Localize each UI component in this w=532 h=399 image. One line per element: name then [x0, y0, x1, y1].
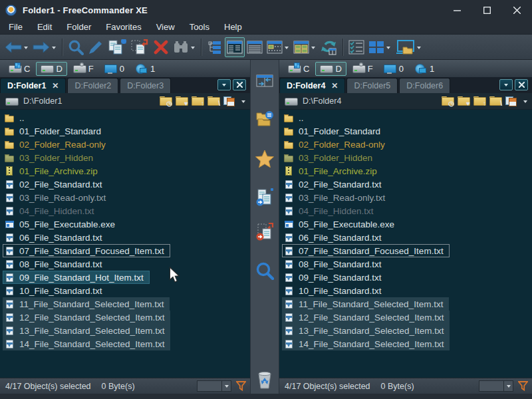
edit-button[interactable]: [86, 37, 106, 57]
filter-funnel-icon[interactable]: [236, 381, 246, 391]
file-row[interactable]: 11_File_Standard_Selected_Item.txt: [282, 297, 532, 311]
menu-item[interactable]: Edit: [30, 21, 59, 33]
desktop-folder-button[interactable]: [393, 37, 424, 57]
copy-button[interactable]: [106, 37, 128, 57]
paste-button[interactable]: [128, 37, 151, 57]
file-row[interactable]: 05_File_Executable.exe: [3, 217, 250, 231]
file-row[interactable]: 12_File_Standard_Selected_Item.txt: [3, 311, 250, 324]
file-row[interactable]: 08_File_Standard.txt: [282, 257, 532, 271]
file-row[interactable]: 11_File_Standard_Selected_Item.txt: [3, 297, 250, 311]
menu-item[interactable]: Help: [217, 21, 249, 33]
current-path[interactable]: D:\Folder4: [303, 96, 341, 106]
file-row[interactable]: 07_File_Standard_Focused_Item.txt: [3, 244, 250, 257]
file-row[interactable]: 01_File_Archive.zip: [3, 164, 250, 178]
folder-action-button[interactable]: \: [489, 96, 501, 106]
filter-funnel-icon[interactable]: [518, 381, 528, 391]
drive-button[interactable]: C: [4, 62, 35, 76]
file-row[interactable]: 01_Folder_Standard: [3, 124, 250, 138]
file-row[interactable]: 04_File_Hidden.txt: [3, 204, 250, 217]
folder-tab[interactable]: D:Folder6 ✕: [399, 78, 450, 93]
path-dropdown-icon[interactable]: [523, 100, 527, 105]
tab-close-icon[interactable]: ✕: [331, 81, 338, 90]
back-button[interactable]: [3, 37, 31, 57]
right-file-list[interactable]: .. 01_Folder_Standard 02_Folder_Read-onl…: [279, 110, 532, 378]
tab-close-button[interactable]: [515, 79, 528, 90]
file-row[interactable]: 13_File_Standard_Selected_Item.txt: [282, 324, 532, 337]
tab-list-dropdown-button[interactable]: [499, 79, 513, 90]
file-row[interactable]: 14_File_Standard_Selected_Item.txt: [3, 337, 250, 350]
folder-action-button[interactable]: ↑: [192, 96, 203, 106]
file-row[interactable]: 09_File_Standard.txt: [282, 271, 532, 284]
menu-item[interactable]: Favorites: [98, 21, 148, 33]
file-row[interactable]: 02_File_Standard.txt: [282, 178, 532, 191]
checklist-button[interactable]: [346, 37, 366, 57]
maximize-button[interactable]: [472, 0, 502, 20]
file-row[interactable]: 07_File_Standard_Focused_Item.txt: [282, 244, 532, 257]
search-files-button[interactable]: [253, 259, 277, 282]
drive-button[interactable]: D: [315, 62, 346, 76]
copy-path-icon[interactable]: [505, 96, 517, 106]
copy-to-other-pane-button[interactable]: [253, 186, 277, 209]
file-row[interactable]: 12_File_Standard_Selected_Item.txt: [282, 311, 532, 324]
file-row[interactable]: ..: [3, 111, 250, 124]
drive-button[interactable]: D: [36, 62, 66, 76]
favorites-button[interactable]: [253, 148, 277, 170]
file-row[interactable]: 05_File_Executable.exe: [282, 217, 532, 231]
drive-button[interactable]: 0: [379, 62, 408, 76]
path-dropdown-icon[interactable]: [241, 100, 245, 105]
file-row[interactable]: 06_File_Standard.txt: [3, 231, 250, 244]
tiles-view-button[interactable]: [366, 37, 393, 57]
folder-action-button[interactable]: ↑: [473, 96, 485, 106]
tab-close-button[interactable]: [233, 79, 246, 90]
file-row[interactable]: 02_Folder_Read-only: [3, 138, 250, 151]
close-button[interactable]: [502, 0, 532, 20]
columns-view-button[interactable]: [225, 37, 245, 57]
file-row[interactable]: 03_File_Read-only.txt: [282, 191, 532, 204]
menu-item[interactable]: View: [149, 21, 182, 33]
drive-button[interactable]: 1: [410, 62, 439, 76]
move-to-other-pane-button[interactable]: [253, 221, 277, 243]
folder-action-button[interactable]: ◷: [160, 96, 172, 106]
forward-button[interactable]: [31, 37, 59, 57]
tab-close-icon[interactable]: ✕: [52, 81, 59, 90]
file-row[interactable]: 02_Folder_Read-only: [282, 138, 532, 151]
drive-button[interactable]: F: [68, 62, 98, 76]
refresh-button[interactable]: [318, 37, 339, 57]
folder-tab[interactable]: D:Folder1 ✕: [0, 78, 66, 93]
file-row[interactable]: 13_File_Standard_Selected_Item.txt: [3, 324, 250, 337]
file-row[interactable]: 04_File_Hidden.txt: [282, 204, 532, 217]
tab-list-dropdown-button[interactable]: [217, 79, 231, 90]
folder-tree-button[interactable]: [205, 37, 225, 57]
details-view-button[interactable]: [245, 37, 265, 57]
folder-action-button[interactable]: ♥: [458, 96, 469, 106]
file-row[interactable]: 10_File_Standard.txt: [282, 284, 532, 297]
filter-combobox[interactable]: [197, 380, 231, 392]
copy-path-icon[interactable]: [223, 96, 235, 106]
menu-item[interactable]: Tools: [182, 21, 217, 33]
drive-button[interactable]: C: [283, 62, 314, 76]
current-path[interactable]: D:\Folder1: [23, 96, 62, 106]
file-row[interactable]: 14_File_Standard_Selected_Item.txt: [282, 337, 532, 350]
file-row[interactable]: 03_Folder_Hidden: [282, 151, 532, 164]
minimize-button[interactable]: [442, 0, 472, 20]
list-view-button[interactable]: [265, 37, 291, 57]
menu-item[interactable]: Folder: [59, 21, 98, 33]
folder-action-button[interactable]: ◷: [442, 96, 454, 106]
file-row[interactable]: ..: [282, 111, 532, 124]
file-row[interactable]: 01_Folder_Standard: [282, 124, 532, 138]
file-row[interactable]: 10_File_Standard.txt: [3, 284, 250, 297]
file-row[interactable]: 01_File_Archive.zip: [282, 164, 532, 178]
drive-button[interactable]: 1: [130, 62, 160, 76]
file-row[interactable]: 09_File_Standard_Hot_Item.txt: [3, 271, 250, 284]
folder-tab[interactable]: D:Folder3 ✕: [120, 78, 171, 93]
folder-action-button[interactable]: ♥: [176, 96, 188, 106]
folder-tab[interactable]: D:Folder2 ✕: [67, 78, 118, 93]
folder-tab[interactable]: D:Folder5 ✕: [346, 78, 398, 93]
file-row[interactable]: 08_File_Standard.txt: [3, 257, 250, 271]
recycle-bin-button[interactable]: [253, 368, 277, 391]
find-button[interactable]: [171, 37, 198, 57]
file-row[interactable]: 03_File_Read-only.txt: [3, 191, 250, 204]
delete-button[interactable]: [151, 37, 171, 57]
search-button[interactable]: [66, 37, 86, 57]
folder-tab[interactable]: D:Folder4 ✕: [279, 78, 345, 93]
